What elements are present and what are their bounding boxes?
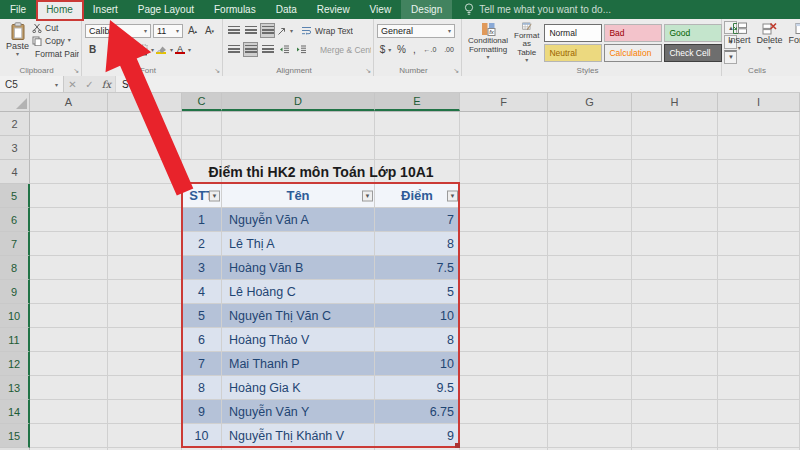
cell-G14[interactable] <box>548 400 632 424</box>
filter-button[interactable]: ▼ <box>447 190 458 201</box>
cell-C8[interactable]: 3 <box>182 256 222 280</box>
cell-C7[interactable]: 2 <box>182 232 222 256</box>
style-neutral[interactable]: Neutral <box>544 44 602 62</box>
clipboard-dialog-launcher[interactable]: ↘ <box>73 67 79 75</box>
format-as-table-button[interactable]: Format as Table ▾ <box>511 21 542 64</box>
cell-F3[interactable] <box>460 136 548 160</box>
top-align-button[interactable] <box>226 23 241 38</box>
cell-A5[interactable] <box>30 184 108 208</box>
cell-C14[interactable]: 9 <box>182 400 222 424</box>
fill-handle[interactable] <box>455 443 460 448</box>
currency-button[interactable]: $▾ <box>377 42 394 57</box>
cell-G13[interactable] <box>548 376 632 400</box>
cell-F9[interactable] <box>460 280 548 304</box>
cell-A12[interactable] <box>30 352 108 376</box>
cell-G3[interactable] <box>548 136 632 160</box>
row-header-13[interactable]: 13 <box>0 376 30 400</box>
font-dialog-launcher[interactable]: ↘ <box>214 67 220 75</box>
orientation-button[interactable]: ▾ <box>277 23 293 38</box>
row-header-15[interactable]: 15 <box>0 424 30 448</box>
cell-E10[interactable]: 10 <box>375 304 460 328</box>
cell-F10[interactable] <box>460 304 548 328</box>
filter-button[interactable]: ▼ <box>209 190 220 201</box>
column-header-e[interactable]: E <box>375 93 460 111</box>
cell-I8[interactable] <box>718 256 800 280</box>
name-box[interactable]: C5 ▾ <box>0 76 64 92</box>
cell-I12[interactable] <box>718 352 800 376</box>
insert-cells-button[interactable]: Insert ▾ <box>725 21 754 64</box>
cell-B2[interactable] <box>108 112 182 136</box>
cell-E7[interactable]: 8 <box>375 232 460 256</box>
cell-A15[interactable] <box>30 424 108 448</box>
cell-B10[interactable] <box>108 304 182 328</box>
cell-F11[interactable] <box>460 328 548 352</box>
cell-C13[interactable]: 8 <box>182 376 222 400</box>
row-header-5[interactable]: 5 <box>0 184 30 208</box>
cell-E15[interactable]: 9 <box>375 424 460 448</box>
tab-formulas[interactable]: Formulas <box>204 0 266 19</box>
row-header-7[interactable]: 7 <box>0 232 30 256</box>
cell-I14[interactable] <box>718 400 800 424</box>
cell-E14[interactable]: 6.75 <box>375 400 460 424</box>
cell-E13[interactable]: 9.5 <box>375 376 460 400</box>
cell-I9[interactable] <box>718 280 800 304</box>
column-header-f[interactable]: F <box>460 93 548 111</box>
cell-I11[interactable] <box>718 328 800 352</box>
middle-align-button[interactable] <box>243 23 258 38</box>
cell-B6[interactable] <box>108 208 182 232</box>
cell-I13[interactable] <box>718 376 800 400</box>
style-normal[interactable]: Normal <box>544 24 602 42</box>
enter-icon[interactable]: ✓ <box>81 79 98 90</box>
cell-E12[interactable]: 10 <box>375 352 460 376</box>
cell-H11[interactable] <box>632 328 718 352</box>
cell-F7[interactable] <box>460 232 548 256</box>
cell-G10[interactable] <box>548 304 632 328</box>
cell-E3[interactable] <box>375 136 460 160</box>
row-header-9[interactable]: 9 <box>0 280 30 304</box>
cell-B13[interactable] <box>108 376 182 400</box>
row-header-12[interactable]: 12 <box>0 352 30 376</box>
cell-A10[interactable] <box>30 304 108 328</box>
wrap-text-button[interactable]: Wrap Text <box>301 24 353 37</box>
cell-F2[interactable] <box>460 112 548 136</box>
conditional-formatting-button[interactable]: fx Conditional Formatting ▾ <box>465 21 511 64</box>
column-header-g[interactable]: G <box>548 93 632 111</box>
cell-I6[interactable] <box>718 208 800 232</box>
cell-D10[interactable]: Nguyên Thị Văn C <box>222 304 375 328</box>
row-header-10[interactable]: 10 <box>0 304 30 328</box>
cell-G15[interactable] <box>548 424 632 448</box>
cell-A8[interactable] <box>30 256 108 280</box>
select-all-corner[interactable] <box>0 93 30 111</box>
cell-G11[interactable] <box>548 328 632 352</box>
cell-F6[interactable] <box>460 208 548 232</box>
cell-I10[interactable] <box>718 304 800 328</box>
column-header-a[interactable]: A <box>30 93 108 111</box>
cell-B12[interactable] <box>108 352 182 376</box>
column-header-i[interactable]: I <box>718 93 800 111</box>
cell-C3[interactable] <box>182 136 222 160</box>
cell-D11[interactable]: Hoàng Thảo V <box>222 328 375 352</box>
tab-view[interactable]: View <box>360 0 402 19</box>
row-header-14[interactable]: 14 <box>0 400 30 424</box>
merge-center-button[interactable]: Merge & Center ▾ <box>317 43 371 56</box>
cell-D2[interactable] <box>222 112 375 136</box>
cell-H9[interactable] <box>632 280 718 304</box>
cell-G9[interactable] <box>548 280 632 304</box>
cell-C15[interactable]: 10 <box>182 424 222 448</box>
shrink-font-button[interactable]: A▾ <box>202 23 217 38</box>
cell-D6[interactable]: Nguyễn Văn A <box>222 208 375 232</box>
align-right-button[interactable] <box>260 42 275 57</box>
cell-I15[interactable] <box>718 424 800 448</box>
style-calculation[interactable]: Calculation <box>604 44 662 62</box>
cell-C6[interactable]: 1 <box>182 208 222 232</box>
increase-indent-button[interactable] <box>294 42 309 57</box>
cell-H12[interactable] <box>632 352 718 376</box>
cell-C5[interactable]: STT▼ <box>182 184 222 208</box>
cell-B5[interactable] <box>108 184 182 208</box>
cell-E5[interactable]: Điểm▼ <box>375 184 460 208</box>
cell-B11[interactable] <box>108 328 182 352</box>
cell-H14[interactable] <box>632 400 718 424</box>
cell-H2[interactable] <box>632 112 718 136</box>
cell-D5[interactable]: Tên▼ <box>222 184 375 208</box>
tab-file[interactable]: File <box>0 0 36 19</box>
